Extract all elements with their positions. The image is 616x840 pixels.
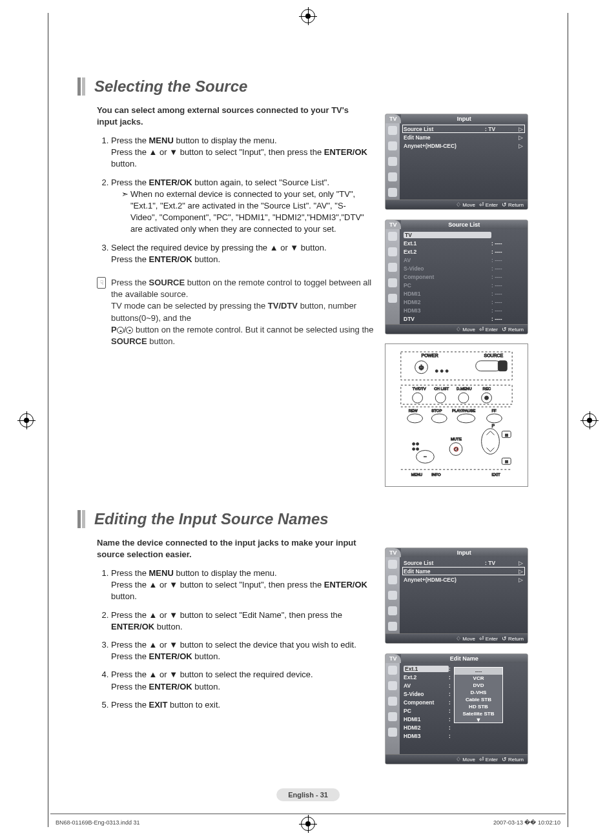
osd-row[interactable]: HDMI2: ----	[402, 298, 525, 306]
osd-rows: TVExt.1: ----Ext.2: ----AV: ----S-Video:…	[400, 229, 528, 324]
osd-rail-icon	[388, 606, 397, 615]
chevron-right-icon: ▷	[517, 560, 524, 566]
step-4: Press the ▲ or ▼ button to select the re…	[111, 669, 368, 692]
popup-item342[interactable]: ----	[455, 668, 502, 675]
edit-name-popup[interactable]: ----VCRDVDD-VHSCable STBHD STBSatellite …	[454, 667, 503, 723]
osd-rail-icon	[388, 560, 397, 569]
note-arrow-icon: ➣	[121, 189, 130, 236]
svg-rect-3	[476, 361, 502, 371]
label-source: SOURCE	[484, 353, 504, 358]
osd-row[interactable]: Source List: TV▷	[402, 125, 525, 133]
section-intro: You can select among external sources co…	[97, 105, 368, 127]
osd-row[interactable]: Edit Name▷	[402, 567, 525, 575]
title-accent	[77, 77, 85, 96]
step-3: Press the ▲ or ▼ button to select the de…	[111, 639, 368, 662]
osd-rows: Ext.1:Ext.2:AV:S-Video:Component:PC:HDMI…	[400, 663, 528, 754]
svg-text:P: P	[491, 424, 495, 428]
osd-row[interactable]: Component: ----	[402, 272, 525, 281]
osd-rail-icon	[388, 188, 397, 197]
step-1: Press the MENU button to display the men…	[111, 135, 368, 170]
svg-point-27	[482, 429, 500, 455]
osd-hint-move: ♢Move	[456, 201, 475, 208]
svg-point-35	[413, 448, 415, 451]
osd-footer: ♢Move ⏎Enter ↺Return	[385, 324, 528, 334]
popup-item342[interactable]: VCR	[455, 675, 502, 682]
svg-point-34	[416, 443, 419, 446]
osd-title: Edit Name	[401, 654, 528, 663]
popup-item342[interactable]: DVD	[455, 682, 502, 689]
section-title: Editing the Input Source Names	[94, 510, 329, 528]
footer-line	[50, 814, 566, 814]
osd-hint-enter: ⏎Enter	[479, 326, 498, 333]
footer-filename: BN68-01169B-Eng-0313.indd 31	[56, 819, 140, 826]
osd-row[interactable]: Source List: TV▷	[402, 558, 525, 567]
svg-point-5	[435, 370, 438, 373]
osd-row[interactable]: HDMI3:	[402, 732, 525, 740]
step-2: Press the ▲ or ▼ button to select "Edit …	[111, 610, 368, 633]
osd-hint-move: ♢Move	[456, 635, 475, 642]
svg-point-10	[413, 393, 423, 403]
osd-icon-rail	[385, 663, 400, 754]
osd-rail-icon	[388, 247, 397, 256]
svg-text:D.MENU: D.MENU	[457, 387, 471, 391]
svg-point-25	[487, 414, 502, 423]
osd-rail-icon	[388, 697, 397, 706]
osd-row[interactable]: Ext.1: ----	[402, 239, 525, 247]
osd-input-menu-2: TV Input Source List: TV▷ Edit Name▷ Any…	[385, 548, 528, 644]
popup-item342[interactable]: D-VHS	[455, 689, 502, 696]
step-2-note: ➣ When no external device is connected t…	[121, 189, 368, 236]
osd-tab: TV	[385, 548, 401, 557]
osd-hint-enter: ⏎Enter	[479, 756, 498, 763]
registration-mark-bottom	[301, 817, 315, 831]
svg-text:INFO: INFO	[431, 473, 441, 476]
svg-text:−: −	[424, 454, 427, 460]
osd-title: Input	[401, 548, 528, 557]
osd-rail-icon	[388, 263, 397, 272]
steps-list-2: Press the MENU button to display the men…	[97, 568, 368, 711]
osd-row[interactable]: DTV: ----	[402, 314, 525, 323]
osd-icon-rail	[385, 229, 400, 324]
osd-title: Input	[401, 114, 528, 123]
osd-row[interactable]: Anynet+(HDMI-CEC)▷	[402, 575, 525, 584]
osd-tab: TV	[385, 114, 401, 123]
osd-rail-icon	[388, 232, 397, 241]
svg-point-17	[485, 396, 489, 400]
osd-row[interactable]: Anynet+(HDMI-CEC)▷	[402, 141, 525, 150]
osd-tab: TV	[385, 654, 401, 663]
p-down-icon	[126, 327, 133, 334]
svg-point-22	[407, 414, 423, 423]
osd-rail-icon	[388, 172, 397, 181]
osd-row[interactable]: PC: ----	[402, 281, 525, 289]
svg-point-7	[446, 370, 448, 373]
svg-text:TV/DTV: TV/DTV	[413, 387, 426, 391]
svg-point-6	[440, 370, 443, 373]
svg-text:STOP: STOP	[431, 409, 442, 413]
osd-row[interactable]: HDMI1: ----	[402, 289, 525, 298]
osd-footer: ♢Move ⏎Enter ↺Return	[385, 754, 528, 764]
osd-row[interactable]: HDMI3: ----	[402, 306, 525, 314]
svg-text:FF: FF	[491, 409, 497, 413]
osd-row[interactable]: HDMI2:	[402, 723, 525, 732]
osd-row[interactable]: TV	[402, 230, 525, 239]
footer-timestamp: 2007-03-13 �� 10:02:10	[493, 819, 560, 826]
popup-item342[interactable]: Cable STB	[455, 696, 502, 703]
osd-rail-icon	[388, 712, 397, 721]
osd-input-menu: TV Input Source List: TV▷ Edit Name▷ Any…	[385, 114, 528, 210]
osd-row[interactable]: Edit Name▷	[402, 133, 525, 141]
svg-point-24	[457, 414, 475, 423]
svg-rect-4	[498, 361, 507, 371]
osd-rail-icon	[388, 666, 397, 675]
svg-point-14	[458, 393, 469, 403]
osd-rail-icon	[388, 294, 397, 303]
svg-text:MENU: MENU	[411, 473, 422, 476]
osd-row[interactable]: S-Video: ----	[402, 264, 525, 272]
remote-tip-icon: ☟	[97, 277, 111, 347]
popup-item342[interactable]: HD STB	[455, 703, 502, 710]
osd-row[interactable]: Ext.2: ----	[402, 247, 525, 256]
svg-point-33	[413, 443, 415, 446]
chevron-right-icon: ▷	[517, 577, 524, 583]
step-2: Press the ENTER/OK button again, to sele…	[111, 177, 368, 236]
osd-row[interactable]: AV: ----	[402, 256, 525, 264]
osd-hint-return: ↺Return	[502, 756, 524, 763]
step-1: Press the MENU button to display the men…	[111, 568, 368, 603]
